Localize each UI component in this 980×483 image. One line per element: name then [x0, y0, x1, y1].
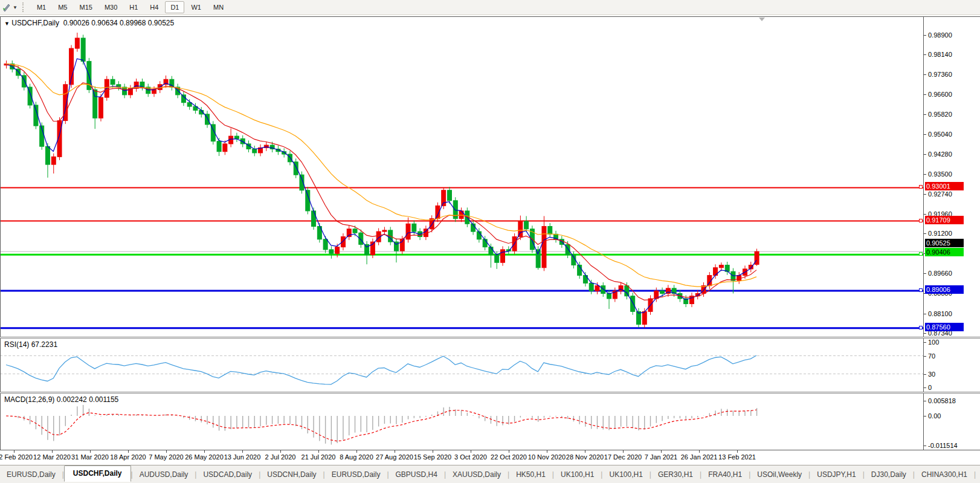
pane-divider-macd[interactable]: [0, 392, 980, 394]
date-axis[interactable]: 22 Feb 202012 Mar 202031 Mar 202018 Apr …: [0, 450, 980, 465]
symbol-tab-fra40h1[interactable]: FRA40,H1: [701, 468, 749, 481]
candle-body: [81, 38, 85, 61]
candle-body: [382, 230, 387, 232]
chart-top-border: [0, 16, 980, 17]
timeframe-button-m15[interactable]: M15: [74, 1, 97, 13]
symbol-tab-gbpusdh4[interactable]: GBPUSD,H4: [389, 468, 444, 481]
symbol-tab-u[interactable]: U: [976, 468, 980, 481]
price-badge-0.89006: 0.89006: [925, 285, 964, 294]
date-label: 22 Oct 2020: [488, 453, 530, 461]
symbol-dropdown-icon[interactable]: ▼: [4, 21, 10, 27]
macd-tick-label: -0.011514: [928, 442, 958, 449]
rsi-tick-label: 0: [928, 384, 932, 391]
date-tick: [14, 450, 15, 453]
ohlc-low: 0.89968: [120, 19, 146, 27]
date-tick: [128, 450, 129, 453]
date-tick: [471, 450, 471, 453]
symbol-tab-china300h1[interactable]: CHINA300,H1: [915, 468, 974, 481]
symbol-tab-uk100h1[interactable]: UK100,H1: [554, 468, 601, 481]
candle-body: [329, 250, 334, 253]
price-badge-0.90525: 0.90525: [925, 239, 964, 247]
date-label: 13 Feb 2021: [716, 453, 758, 461]
timeframe-button-mn[interactable]: MN: [208, 1, 229, 13]
line-handle[interactable]: [919, 219, 923, 222]
line-handle[interactable]: [919, 185, 923, 189]
candle-body: [737, 276, 741, 281]
candle-body: [312, 211, 316, 227]
price-tick-label: 0.95820: [928, 111, 952, 118]
price-badge-0.87560: 0.87560: [925, 323, 964, 331]
candle-body: [483, 239, 487, 247]
candle-body: [75, 38, 79, 48]
date-label: 13 Jun 2020: [221, 453, 263, 461]
chart-bottom-border: [0, 450, 980, 450]
candle-body: [152, 89, 156, 93]
symbol-tab-dj30daily[interactable]: DJ30,Daily: [865, 468, 913, 481]
rsi-plot[interactable]: [0, 339, 923, 392]
price-tick-label: 0.96600: [928, 91, 952, 98]
timeframe-button-h1[interactable]: H1: [124, 1, 143, 13]
candle-body: [566, 244, 570, 254]
line-handle[interactable]: [919, 288, 923, 292]
timeframe-button-w1[interactable]: W1: [185, 1, 207, 13]
timeframe-button-h4[interactable]: H4: [144, 1, 164, 13]
date-tick: [623, 450, 624, 453]
candle-body: [335, 247, 340, 254]
macd-signal-value: 0.001155: [89, 395, 118, 404]
timeframe-button-m1[interactable]: M1: [31, 1, 51, 13]
date-label: 7 Jan 2021: [640, 453, 682, 461]
candle-body: [98, 97, 103, 118]
symbol-tab-usdcaddaily[interactable]: USDCAD,Daily: [196, 468, 259, 481]
symbol-tab-usdcnhdaily[interactable]: USDCNH,Daily: [260, 468, 323, 481]
timeframe-button-m5[interactable]: M5: [53, 1, 73, 13]
symbol-tab-eurusddaily[interactable]: EURUSD,Daily: [0, 468, 62, 481]
moving-average-fast: [6, 64, 756, 287]
symbol-tab-audusddaily[interactable]: AUDUSD,Daily: [133, 468, 195, 481]
candle-body: [548, 227, 552, 235]
candle-body: [631, 296, 635, 312]
line-handle[interactable]: [919, 252, 923, 256]
date-tick: [699, 450, 700, 453]
date-tick: [242, 450, 243, 453]
candle-body: [93, 89, 97, 118]
symbol-tab-xauusddaily[interactable]: XAUUSD,Daily: [446, 468, 508, 481]
symbol-tab-ger30h1[interactable]: GER30,H1: [651, 468, 700, 481]
date-label: 2 Jul 2020: [259, 453, 301, 461]
cursor-crosshair-icon[interactable]: [1, 2, 13, 13]
candle-body: [51, 157, 56, 164]
date-tick: [585, 450, 585, 453]
price-tick-label: 0.92740: [928, 190, 952, 198]
toolbar-grip[interactable]: [22, 2, 26, 12]
date-label: 8 Aug 2020: [335, 453, 378, 461]
symbol-tab-hk50h1[interactable]: HK50,H1: [509, 468, 552, 481]
chart-shift-marker[interactable]: [759, 18, 765, 21]
date-tick: [547, 450, 547, 453]
timeframe-button-m30[interactable]: M30: [99, 1, 123, 13]
chart-tool-dropdown-icon[interactable]: ▼: [13, 5, 18, 10]
candle-body: [217, 141, 221, 152]
candle-body: [181, 95, 185, 103]
timeframe-toolbar: ▼ M1M5M15M30H1H4D1W1MN: [0, 0, 980, 15]
date-tick: [661, 450, 662, 453]
symbol-tab-usoilweekly[interactable]: USOil,Weekly: [750, 468, 808, 481]
date-label: 28 Nov 2020: [564, 453, 606, 461]
price-chart-plot[interactable]: [0, 17, 923, 337]
candle-body: [45, 146, 50, 164]
timeframe-button-d1[interactable]: D1: [165, 1, 184, 13]
rsi-tick-label: 70: [928, 352, 935, 360]
symbol-tab-uk100h1[interactable]: UK100,H1: [602, 468, 649, 481]
line-handle[interactable]: [919, 326, 923, 329]
symbol-tab-eurusddaily[interactable]: EURUSD,Daily: [325, 468, 387, 481]
date-tick: [395, 450, 395, 453]
price-axis-border: [923, 16, 924, 450]
price-tick-label: 0.91200: [928, 230, 952, 237]
symbol-tab-usdjpyh1[interactable]: USDJPY,H1: [810, 468, 862, 481]
price-tick-label: 0.89660: [928, 270, 952, 277]
candle-body: [589, 283, 593, 291]
chart-symbol-label: USDCHF,Daily: [11, 19, 59, 27]
price-tick-label: 0.88100: [928, 310, 952, 317]
macd-plot[interactable]: [0, 394, 923, 450]
rsi-tick-label: 30: [928, 371, 935, 378]
pane-divider-rsi[interactable]: [0, 337, 980, 339]
symbol-tab-usdchfdaily[interactable]: USDCHF,Daily: [64, 465, 131, 482]
